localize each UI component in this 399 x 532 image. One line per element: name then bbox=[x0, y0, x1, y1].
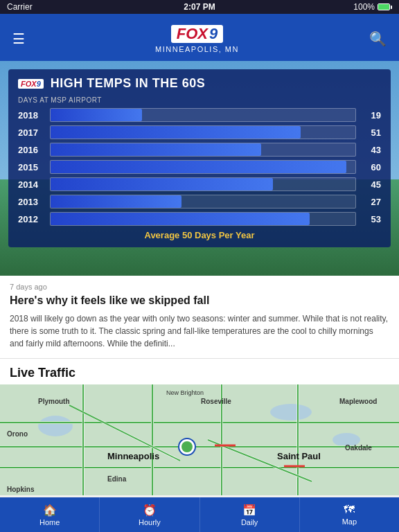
bar-row-2015: 201560 bbox=[18, 160, 381, 174]
carrier-label: Carrier bbox=[7, 2, 33, 12]
bar-fill bbox=[51, 195, 181, 208]
fox-text: FOX bbox=[177, 26, 208, 42]
bar-value: 27 bbox=[362, 197, 381, 207]
battery-icon bbox=[378, 3, 392, 10]
svg-text:Edina: Edina bbox=[107, 475, 127, 483]
bar-value: 53 bbox=[362, 214, 381, 224]
bar-row-2016: 201643 bbox=[18, 143, 381, 157]
bar-fill bbox=[51, 178, 273, 190]
svg-point-25 bbox=[181, 441, 193, 452]
nav-map-label: Map bbox=[342, 517, 357, 526]
weather-overlay: FOX9 HIGH TEMPS IN THE 60S DAYS AT MSP A… bbox=[8, 69, 391, 247]
status-right: 100% bbox=[353, 2, 392, 12]
fox9-logo: FOX 9 bbox=[171, 25, 223, 43]
status-bar: Carrier 2:07 PM 100% bbox=[0, 0, 399, 14]
traffic-header: Live Traffic bbox=[0, 359, 399, 384]
bar-container bbox=[50, 160, 356, 174]
svg-text:Plymouth: Plymouth bbox=[38, 398, 70, 405]
fox9-small-logo: FOX9 bbox=[18, 79, 44, 89]
svg-text:Hopkins: Hopkins bbox=[7, 486, 35, 493]
bar-year-label: 2016 bbox=[18, 145, 44, 155]
svg-text:Minneapolis: Minneapolis bbox=[107, 451, 159, 461]
svg-text:Roseville: Roseville bbox=[201, 398, 231, 405]
hero-section: FOX9 HIGH TEMPS IN THE 60S DAYS AT MSP A… bbox=[0, 61, 399, 276]
home-icon: 🏠 bbox=[43, 504, 57, 517]
svg-point-2 bbox=[270, 404, 312, 420]
bar-fill bbox=[51, 213, 310, 225]
svg-text:Orono: Orono bbox=[7, 430, 28, 438]
nav-home-label: Home bbox=[39, 518, 60, 526]
bar-year-label: 2013 bbox=[18, 197, 44, 207]
bar-year-label: 2018 bbox=[18, 110, 44, 121]
bar-container bbox=[50, 195, 356, 209]
bar-row-2013: 201327 bbox=[18, 195, 381, 209]
nine-text: 9 bbox=[209, 26, 218, 42]
header-logo: FOX 9 MINNEAPOLIS, MN bbox=[155, 25, 239, 53]
nav-daily-label: Daily bbox=[241, 518, 258, 526]
svg-point-1 bbox=[38, 416, 73, 436]
nav-hourly[interactable]: ⏰ Hourly bbox=[100, 497, 200, 532]
bar-row-2014: 201445 bbox=[18, 177, 381, 191]
traffic-section: Live Traffic bbox=[0, 359, 399, 495]
bar-chart: 2018192017512016432015602014452013272012… bbox=[18, 108, 381, 226]
bar-year-label: 2012 bbox=[18, 214, 44, 224]
bar-container bbox=[50, 143, 356, 157]
time-label: 2:07 PM bbox=[184, 2, 215, 12]
bar-container bbox=[50, 108, 356, 122]
article-body: 2018 will likely go down as the year wit… bbox=[10, 312, 389, 350]
bar-fill bbox=[51, 143, 261, 156]
bar-value: 19 bbox=[362, 110, 381, 121]
nav-hourly-label: Hourly bbox=[139, 518, 161, 526]
bar-year-label: 2015 bbox=[18, 162, 44, 172]
weather-subtitle: DAYS AT MSP AIRPORT bbox=[18, 96, 381, 104]
bar-fill bbox=[51, 126, 301, 139]
bar-value: 51 bbox=[362, 127, 381, 138]
bottom-nav: 🏠 Home ⏰ Hourly 📅 Daily 🗺 Map bbox=[0, 497, 399, 532]
average-text: Average 50 Days Per Year bbox=[18, 230, 381, 240]
article-title[interactable]: Here's why it feels like we skipped fall bbox=[10, 294, 389, 308]
location-text: MINNEAPOLIS, MN bbox=[155, 45, 239, 53]
map-container[interactable]: Plymouth Roseville Maplewood Orono Minne… bbox=[0, 384, 399, 495]
svg-text:New Brighton: New Brighton bbox=[166, 389, 204, 396]
search-icon[interactable]: 🔍 bbox=[366, 28, 389, 50]
battery-percent: 100% bbox=[353, 2, 375, 12]
svg-text:Oakdale: Oakdale bbox=[345, 444, 372, 452]
bar-year-label: 2017 bbox=[18, 127, 44, 138]
bar-fill bbox=[51, 161, 346, 173]
bar-year-label: 2014 bbox=[18, 179, 44, 190]
app-header: ☰ FOX 9 MINNEAPOLIS, MN 🔍 bbox=[0, 14, 399, 61]
bar-value: 43 bbox=[362, 145, 381, 155]
menu-icon[interactable]: ☰ bbox=[10, 28, 28, 50]
bar-value: 60 bbox=[362, 162, 381, 172]
nav-map[interactable]: 🗺 Map bbox=[300, 497, 399, 532]
svg-text:Saint Paul: Saint Paul bbox=[277, 451, 321, 461]
map-icon: 🗺 bbox=[344, 504, 355, 516]
bar-container bbox=[50, 212, 356, 226]
bar-value: 45 bbox=[362, 179, 381, 190]
bar-row-2018: 201819 bbox=[18, 108, 381, 122]
bar-row-2017: 201751 bbox=[18, 125, 381, 139]
bar-row-2012: 201253 bbox=[18, 212, 381, 226]
article-section: 7 days ago Here's why it feels like we s… bbox=[0, 276, 399, 359]
bar-container bbox=[50, 177, 356, 191]
daily-icon: 📅 bbox=[242, 504, 256, 517]
nav-home[interactable]: 🏠 Home bbox=[0, 497, 100, 532]
nav-daily[interactable]: 📅 Daily bbox=[200, 497, 300, 532]
bar-fill bbox=[51, 109, 142, 121]
weather-title: HIGH TEMPS IN THE 60S bbox=[51, 76, 206, 91]
article-time: 7 days ago bbox=[10, 283, 389, 291]
bar-container bbox=[50, 125, 356, 139]
svg-text:Maplewood: Maplewood bbox=[339, 398, 377, 405]
weather-header-row: FOX9 HIGH TEMPS IN THE 60S bbox=[18, 76, 381, 91]
traffic-map: Plymouth Roseville Maplewood Orono Minne… bbox=[0, 384, 399, 495]
hourly-icon: ⏰ bbox=[143, 504, 157, 517]
